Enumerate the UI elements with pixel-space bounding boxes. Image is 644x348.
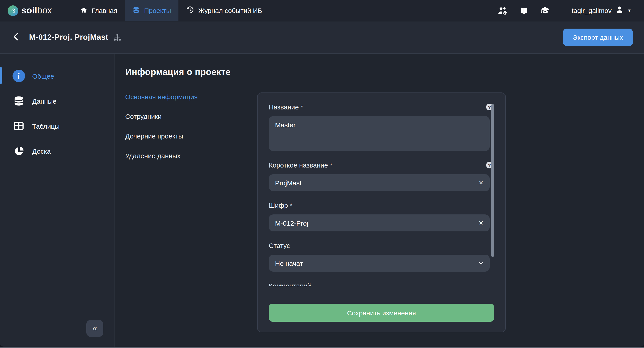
collapse-sidebar-button[interactable]: « <box>86 320 103 337</box>
chevron-left-icon <box>12 32 19 42</box>
tab-child-projects[interactable]: Дочерние проекты <box>125 132 257 140</box>
top-bar: soilbox Главная Проекты <box>0 0 644 21</box>
name-label: Название * ? <box>269 103 490 111</box>
username: tagir_galimov <box>572 7 612 14</box>
top-nav: Главная Проекты <box>72 0 270 21</box>
documentation-icon[interactable] <box>520 6 529 15</box>
tab-data-deletion[interactable]: Удаление данных <box>125 152 257 160</box>
brand-text: soilbox <box>22 5 52 16</box>
code-field: ✕ <box>269 214 490 231</box>
database-icon <box>12 95 25 107</box>
content-row: Основная информация Сотрудники Дочерние … <box>125 92 644 332</box>
page-title: M-012-Proj. ProjMast <box>29 33 108 42</box>
comment-label: Комментарий <box>269 282 490 286</box>
short-name-label: Короткое название * ? <box>269 161 490 169</box>
nav-item-home[interactable]: Главная <box>72 0 125 21</box>
save-button[interactable]: Сохранить изменения <box>269 304 494 322</box>
home-icon <box>80 6 88 15</box>
form-card: Название * ? Master Короткое название * … <box>257 92 506 332</box>
sidebar-active-indicator <box>0 67 2 84</box>
form-scroll-area: Название * ? Master Короткое название * … <box>258 93 505 286</box>
short-name-input[interactable] <box>269 174 490 191</box>
nav-item-projects[interactable]: Проекты <box>125 0 178 21</box>
status-label: Статус <box>269 242 490 250</box>
sidebar-list: Общее Данные <box>0 54 114 157</box>
status-select[interactable]: Не начат <box>269 255 490 272</box>
name-textarea[interactable]: Master <box>269 116 490 151</box>
sidebar: Общее Данные <box>0 54 114 347</box>
main-content: Информация о проекте Основная информация… <box>114 54 644 347</box>
project-header: M-012-Proj. ProjMast Экспорт данных <box>0 21 644 54</box>
caret-down-icon: ▾ <box>628 8 630 13</box>
sidebar-item-data[interactable]: Данные <box>0 95 114 107</box>
info-circle-icon <box>12 70 25 82</box>
scrollbar-thumb[interactable] <box>491 104 494 257</box>
export-data-button[interactable]: Экспорт данных <box>563 29 633 46</box>
clear-button[interactable]: ✕ <box>478 219 484 227</box>
soilbox-logo[interactable]: soilbox <box>0 0 52 21</box>
window-bottom-edge <box>0 347 644 348</box>
collapse-icon: « <box>92 324 97 332</box>
sidebar-item-board[interactable]: Доска <box>0 145 114 157</box>
training-icon[interactable] <box>540 6 551 15</box>
app-window: soilbox Главная Проекты <box>0 0 644 348</box>
chevron-down-icon <box>478 260 484 266</box>
database-icon <box>132 6 140 15</box>
spiral-icon <box>8 5 18 16</box>
back-button[interactable] <box>12 32 19 42</box>
short-name-field: ✕ <box>269 174 490 191</box>
section-title: Информация о проекте <box>125 67 644 77</box>
user-management-icon[interactable] <box>498 5 508 15</box>
nav-item-event-log[interactable]: Журнал событий ИБ <box>179 0 270 21</box>
code-label: Шифр * <box>269 201 490 209</box>
form-footer: Сохранить изменения <box>258 286 505 322</box>
user-menu[interactable]: tagir_galimov ▾ <box>572 5 631 16</box>
app-body: Общее Данные <box>0 54 644 347</box>
status-value: Не начат <box>275 259 303 267</box>
clear-button[interactable]: ✕ <box>478 179 484 186</box>
topbar-right: tagir_galimov ▾ <box>498 0 644 21</box>
code-input[interactable] <box>269 214 490 231</box>
subtabs: Основная информация Сотрудники Дочерние … <box>125 92 257 332</box>
pie-chart-icon <box>12 145 25 157</box>
sidebar-item-general[interactable]: Общее <box>0 70 114 82</box>
sidebar-item-tables[interactable]: Таблицы <box>0 120 114 132</box>
tab-basic-info[interactable]: Основная информация <box>125 93 257 101</box>
table-icon <box>12 120 25 132</box>
user-icon <box>616 5 624 16</box>
sitemap-icon[interactable] <box>113 33 122 41</box>
history-icon <box>186 6 194 15</box>
tab-employees[interactable]: Сотрудники <box>125 113 257 120</box>
